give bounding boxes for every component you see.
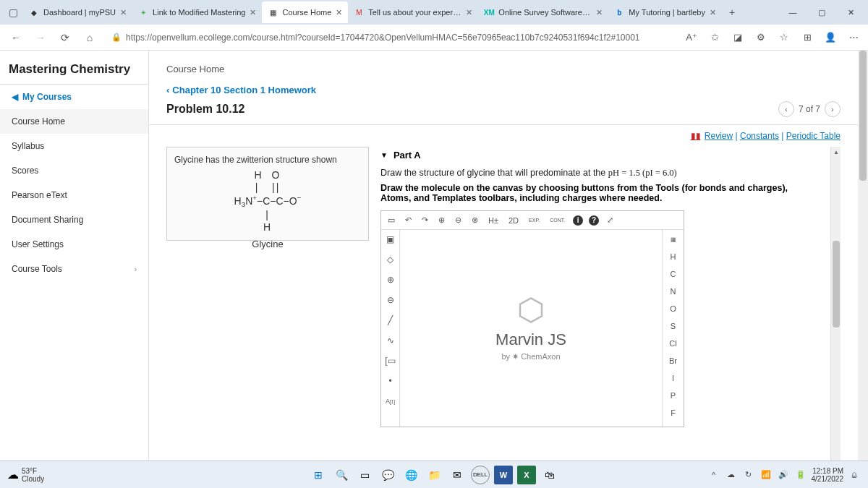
explorer-icon[interactable]: 📁 xyxy=(425,466,443,484)
my-courses-link[interactable]: ◀ My Courses xyxy=(0,85,148,109)
word-icon[interactable]: W xyxy=(494,466,513,484)
home-button[interactable]: ⌂ xyxy=(80,27,100,48)
sidebar-item-course-home[interactable]: Course Home xyxy=(0,109,148,134)
atom-c[interactable]: C xyxy=(665,267,681,281)
task-view-icon[interactable]: ▭ xyxy=(355,466,374,484)
atom-p[interactable]: P xyxy=(665,389,681,402)
charge-plus-tool-icon[interactable]: ⊕ xyxy=(384,273,397,286)
url-input[interactable]: 🔒 https://openvellum.ecollege.com/course… xyxy=(104,27,678,48)
content-scrollbar[interactable]: ▲ xyxy=(830,147,841,461)
scroll-thumb[interactable] xyxy=(833,241,840,328)
fullscreen-icon[interactable]: ⤢ xyxy=(605,215,616,225)
editor-canvas[interactable]: Marvin JS by ✷ ChemAxon xyxy=(400,230,662,427)
next-problem-button[interactable]: › xyxy=(825,101,841,117)
chat-icon[interactable]: 💬 xyxy=(378,466,397,484)
info-icon[interactable]: i xyxy=(573,215,583,226)
minimize-button[interactable]: — xyxy=(778,1,807,23)
atom-f[interactable]: F xyxy=(665,406,681,419)
battery-icon[interactable]: 🔋 xyxy=(794,468,807,481)
sidebar-item-scores[interactable]: Scores xyxy=(0,158,148,183)
settings-icon[interactable]: ⚙ xyxy=(752,29,770,46)
start-button[interactable]: ⊞ xyxy=(309,466,328,484)
select-tool-icon[interactable]: ▣ xyxy=(384,233,397,246)
close-icon[interactable]: ✕ xyxy=(250,8,256,17)
bond-tool-icon[interactable]: ╱ xyxy=(384,314,397,327)
atom-o[interactable]: O xyxy=(665,302,681,315)
sidebar-item-etext[interactable]: Pearson eText xyxy=(0,183,148,207)
forward-button[interactable]: → xyxy=(30,27,51,48)
close-window-button[interactable]: ✕ xyxy=(836,1,865,23)
star-icon[interactable]: ✩ xyxy=(706,29,723,46)
browser-tab[interactable]: XM Online Survey Software | Q ✕ xyxy=(478,1,608,23)
dell-icon[interactable]: DELL xyxy=(471,466,490,484)
hydrogen-toggle[interactable]: H± xyxy=(486,216,501,225)
browser-tab[interactable]: M Tell us about your experien ✕ xyxy=(348,1,478,23)
atom-h[interactable]: H xyxy=(665,250,681,263)
sidebar-item-document-sharing[interactable]: Document Sharing xyxy=(0,207,148,232)
excel-icon[interactable]: X xyxy=(517,466,536,484)
maximize-button[interactable]: ▢ xyxy=(807,1,836,23)
update-icon[interactable]: ↻ xyxy=(742,468,755,481)
page-scrollbar[interactable] xyxy=(858,51,868,461)
review-link[interactable]: Review xyxy=(705,131,733,141)
browser-tab[interactable]: b My Tutoring | bartleby ✕ xyxy=(608,1,722,23)
dot-tool-icon[interactable]: • xyxy=(384,374,397,388)
view-2d-icon[interactable]: 2D xyxy=(506,216,521,225)
charge-minus-tool-icon[interactable]: ⊖ xyxy=(384,294,397,307)
eraser-tool-icon[interactable]: ◇ xyxy=(384,253,397,266)
redo-icon[interactable]: ↷ xyxy=(420,215,430,225)
browser-tab-active[interactable]: ▦ Course Home ✕ xyxy=(262,1,348,23)
zoom-in-icon[interactable]: ⊕ xyxy=(436,215,447,225)
extension-icon[interactable]: ◪ xyxy=(729,29,746,46)
scroll-thumb[interactable] xyxy=(859,51,867,181)
notifications-icon[interactable]: 🕭 xyxy=(848,468,861,481)
store-icon[interactable]: 🛍 xyxy=(540,466,559,484)
periodic-table-button[interactable]: ▦ xyxy=(665,233,681,246)
constants-link[interactable]: Constants xyxy=(740,131,779,141)
tray-chevron-icon[interactable]: ^ xyxy=(707,468,720,481)
prev-problem-button[interactable]: ‹ xyxy=(778,101,794,117)
close-icon[interactable]: ✕ xyxy=(120,8,127,17)
atom-s[interactable]: S xyxy=(665,320,681,333)
back-button[interactable]: ← xyxy=(6,27,26,48)
edge-icon[interactable]: 🌐 xyxy=(401,466,420,484)
sidebar-item-user-settings[interactable]: User Settings xyxy=(0,232,148,257)
help-icon[interactable]: ? xyxy=(589,215,599,226)
profile-icon[interactable]: 👤 xyxy=(822,29,839,46)
close-icon[interactable]: ✕ xyxy=(596,8,603,17)
close-icon[interactable]: ✕ xyxy=(710,8,716,17)
sidebar-item-course-tools[interactable]: Course Tools › xyxy=(0,257,148,281)
refresh-button[interactable]: ⟳ xyxy=(55,27,75,48)
template-tool-icon[interactable]: [▭ xyxy=(384,354,397,367)
atom-label-tool-icon[interactable]: A[1] xyxy=(384,395,397,408)
atom-i[interactable]: I xyxy=(665,372,681,385)
weather-widget[interactable]: 53°F Cloudy xyxy=(22,467,44,483)
expand-icon[interactable]: EXP. xyxy=(527,218,542,223)
contract-icon[interactable]: CONT. xyxy=(548,218,567,223)
collections-icon[interactable]: ⊞ xyxy=(799,29,816,46)
sidebar-item-syllabus[interactable]: Syllabus xyxy=(0,134,148,158)
mail-icon[interactable]: ✉ xyxy=(448,466,467,484)
scroll-up-icon[interactable]: ▲ xyxy=(831,147,841,157)
atom-n[interactable]: N xyxy=(665,285,681,298)
favorites-icon[interactable]: ☆ xyxy=(775,29,793,46)
zoom-fit-icon[interactable]: ⊗ xyxy=(469,215,480,225)
menu-icon[interactable]: ⋯ xyxy=(845,29,862,46)
browser-tab[interactable]: ✦ Link to Modified Mastering ✕ xyxy=(132,1,262,23)
new-canvas-icon[interactable]: ▭ xyxy=(386,215,397,225)
marvin-editor[interactable]: ▭ ↶ ↷ ⊕ ⊖ ⊗ H± 2D EXP. CONT. i ? ⤢ xyxy=(380,210,684,427)
new-tab-button[interactable]: + xyxy=(722,7,742,18)
browser-tab[interactable]: ◆ Dashboard | myPSU ✕ xyxy=(23,1,132,23)
part-a-header[interactable]: ▼ Part A xyxy=(380,147,819,168)
atom-cl[interactable]: Cl xyxy=(665,337,681,350)
close-icon[interactable]: ✕ xyxy=(466,8,472,17)
search-icon[interactable]: 🔍 xyxy=(332,466,351,484)
tab-actions-icon[interactable]: ▢ xyxy=(3,2,23,22)
onedrive-icon[interactable]: ☁ xyxy=(725,468,738,481)
zoom-out-icon[interactable]: ⊖ xyxy=(453,215,464,225)
weather-icon[interactable]: ☁ xyxy=(7,468,19,481)
undo-icon[interactable]: ↶ xyxy=(403,215,414,225)
periodic-table-link[interactable]: Periodic Table xyxy=(786,131,841,141)
chain-tool-icon[interactable]: ∿ xyxy=(384,334,397,347)
volume-icon[interactable]: 🔊 xyxy=(777,468,790,481)
